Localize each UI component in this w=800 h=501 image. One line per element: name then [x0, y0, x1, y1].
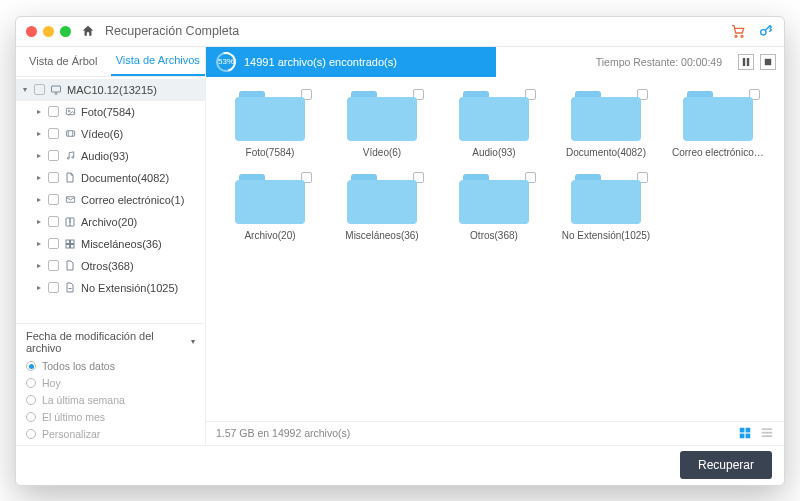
pause-button[interactable] — [738, 54, 754, 70]
folder-grid: Foto(7584) Vídeo(6) Audio(93) Documento(… — [206, 77, 784, 421]
filter-option[interactable]: Personalizar — [26, 426, 195, 443]
svg-rect-3 — [52, 86, 61, 92]
chevron-right-icon[interactable]: ▸ — [34, 261, 44, 270]
checkbox[interactable] — [48, 216, 59, 227]
tree-root-label: MAC10.12(13215) — [67, 84, 157, 96]
tree-item[interactable]: ▸Foto(7584) — [16, 101, 205, 123]
list-view-icon[interactable] — [760, 426, 774, 440]
filter-option[interactable]: Todos los datos — [26, 358, 195, 375]
home-icon[interactable] — [81, 24, 95, 38]
tree-item[interactable]: ▸No Extensión(1025) — [16, 277, 205, 299]
folder-item[interactable]: Archivo(20) — [224, 172, 316, 241]
radio-icon — [26, 412, 36, 422]
folder-item[interactable]: Misceláneos(36) — [336, 172, 428, 241]
svg-rect-24 — [762, 435, 773, 437]
folder-item[interactable]: Correo electrónico(1) — [672, 89, 764, 158]
folder-label: No Extensión(1025) — [562, 230, 650, 241]
folder-item[interactable]: Otros(368) — [448, 172, 540, 241]
filter-option[interactable]: La última semana — [26, 392, 195, 409]
key-icon[interactable] — [758, 23, 774, 39]
tree-item-label: Documento(4082) — [81, 172, 169, 184]
chevron-right-icon[interactable]: ▸ — [34, 129, 44, 138]
file-tree: ▾ MAC10.12(13215) ▸Foto(7584) ▸Vídeo(6) … — [16, 77, 205, 323]
file-icon — [63, 259, 77, 272]
svg-point-2 — [761, 30, 766, 35]
folder-item[interactable]: No Extensión(1025) — [560, 172, 652, 241]
no-ext-icon — [63, 281, 77, 294]
checkbox[interactable] — [48, 150, 59, 161]
tree-item[interactable]: ▸Otros(368) — [16, 255, 205, 277]
tab-file-view[interactable]: Vista de Archivos — [111, 47, 206, 76]
maximize-window-icon[interactable] — [60, 26, 71, 37]
tree-item[interactable]: ▸Archivo(20) — [16, 211, 205, 233]
folder-item[interactable]: Audio(93) — [448, 89, 540, 158]
svg-rect-17 — [765, 58, 771, 64]
chevron-right-icon[interactable]: ▸ — [34, 239, 44, 248]
checkbox[interactable] — [48, 238, 59, 249]
svg-rect-15 — [743, 58, 745, 66]
chevron-right-icon[interactable]: ▸ — [34, 107, 44, 116]
checkbox[interactable] — [48, 128, 59, 139]
chevron-right-icon[interactable]: ▸ — [34, 195, 44, 204]
filter-option[interactable]: El último mes — [26, 409, 195, 426]
tree-item-label: Audio(93) — [81, 150, 129, 162]
folder-label: Misceláneos(36) — [345, 230, 418, 241]
folder-icon — [347, 89, 417, 141]
folder-label: Archivo(20) — [244, 230, 295, 241]
time-remaining: Tiempo Restante: 00:00:49 — [496, 56, 732, 68]
filters-title[interactable]: Fecha de modificación del archivo ▾ — [26, 330, 195, 354]
tree-item-label: Misceláneos(36) — [81, 238, 162, 250]
filter-label: Todos los datos — [42, 360, 115, 372]
stop-button[interactable] — [760, 54, 776, 70]
svg-point-5 — [68, 110, 70, 112]
grid-view-icon[interactable] — [738, 426, 752, 440]
tree-item[interactable]: ▸Misceláneos(36) — [16, 233, 205, 255]
radio-icon — [26, 378, 36, 388]
photo-icon — [63, 106, 77, 117]
close-window-icon[interactable] — [26, 26, 37, 37]
checkbox[interactable] — [48, 260, 59, 271]
tree-item[interactable]: ▸Correo electrónico(1) — [16, 189, 205, 211]
monitor-icon — [49, 84, 63, 96]
svg-point-1 — [741, 35, 743, 37]
found-text: 14991 archivo(s) encontrado(s) — [244, 56, 397, 68]
tree-root[interactable]: ▾ MAC10.12(13215) — [16, 79, 205, 101]
chevron-right-icon[interactable]: ▸ — [34, 283, 44, 292]
cart-icon[interactable] — [730, 23, 746, 39]
chevron-down-icon[interactable]: ▾ — [191, 337, 195, 346]
checkbox[interactable] — [48, 194, 59, 205]
svg-rect-19 — [746, 428, 751, 433]
svg-point-0 — [735, 35, 737, 37]
radio-icon — [26, 429, 36, 439]
tree-item-label: Archivo(20) — [81, 216, 137, 228]
filter-option[interactable]: Hoy — [26, 375, 195, 392]
tree-item[interactable]: ▸Audio(93) — [16, 145, 205, 167]
folder-icon — [235, 172, 305, 224]
tab-tree-view[interactable]: Vista de Árbol — [16, 47, 111, 76]
folder-item[interactable]: Documento(4082) — [560, 89, 652, 158]
titlebar: Recuperación Completa — [16, 17, 784, 47]
folder-label: Documento(4082) — [566, 147, 646, 158]
folder-item[interactable]: Foto(7584) — [224, 89, 316, 158]
tree-item[interactable]: ▸Documento(4082) — [16, 167, 205, 189]
view-tabs: Vista de Árbol Vista de Archivos — [16, 47, 205, 77]
minimize-window-icon[interactable] — [43, 26, 54, 37]
chevron-right-icon[interactable]: ▸ — [34, 173, 44, 182]
chevron-right-icon[interactable]: ▸ — [34, 217, 44, 226]
scan-progress-bar: 53% 14991 archivo(s) encontrado(s) Tiemp… — [206, 47, 784, 77]
folder-item[interactable]: Vídeo(6) — [336, 89, 428, 158]
svg-rect-12 — [71, 240, 75, 244]
recover-button[interactable]: Recuperar — [680, 451, 772, 479]
progress-percent: 53% — [218, 57, 234, 66]
tree-item-label: Foto(7584) — [81, 106, 135, 118]
checkbox[interactable] — [48, 106, 59, 117]
filter-label: El último mes — [42, 411, 105, 423]
checkbox[interactable] — [34, 84, 45, 95]
audio-icon — [63, 150, 77, 161]
chevron-right-icon[interactable]: ▸ — [34, 151, 44, 160]
chevron-down-icon[interactable]: ▾ — [20, 85, 30, 94]
svg-point-8 — [71, 156, 73, 158]
tree-item[interactable]: ▸Vídeo(6) — [16, 123, 205, 145]
checkbox[interactable] — [48, 282, 59, 293]
checkbox[interactable] — [48, 172, 59, 183]
